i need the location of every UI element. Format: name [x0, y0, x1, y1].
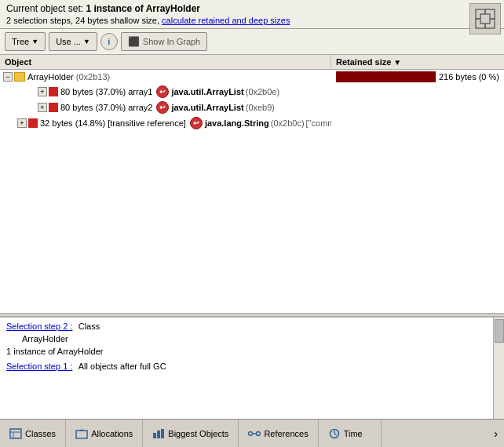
- svg-rect-10: [153, 433, 156, 438]
- row3-prefix: 80 bytes (37.0%) array2: [60, 103, 152, 112]
- row2-name: java.util.ArrayList: [171, 87, 243, 96]
- subtitle-text: 2 selection steps, 24 bytes shallow size…: [6, 16, 159, 25]
- red-square-icon: [49, 103, 58, 112]
- header-panel: Current object set: 1 instance of ArrayH…: [0, 0, 504, 29]
- tree-panel: Object Retained size ▼ − ArrayHolder (0x…: [0, 55, 504, 313]
- biggest-icon: [152, 428, 165, 439]
- col-retained-header: Retained size ▼: [331, 55, 504, 69]
- row4-prefix: 32 bytes (14.8%) [transitive reference]: [40, 118, 186, 128]
- scroll-thumb: [495, 319, 504, 343]
- table-row: − ArrayHolder (0x2b13) 216 bytes (0 %): [0, 70, 504, 84]
- row1-expand-btn[interactable]: −: [3, 72, 13, 82]
- svg-rect-12: [161, 429, 164, 438]
- svg-rect-8: [76, 431, 87, 438]
- tab-references-label: References: [264, 429, 308, 438]
- use-dropdown-button[interactable]: Use ... ▼: [49, 32, 97, 51]
- tab-classes-label: Classes: [25, 429, 56, 438]
- svg-rect-11: [157, 431, 160, 438]
- row3-expand-btn[interactable]: +: [38, 103, 47, 112]
- tab-allocations[interactable]: Allocations: [66, 420, 143, 447]
- classes-icon: [9, 428, 22, 439]
- info-scrollbar[interactable]: [493, 318, 504, 419]
- table-row: + 80 bytes (37.0%) array2 ↩ java.util.Ar…: [0, 100, 504, 115]
- ref-icon: ↩: [156, 101, 169, 114]
- row2-prefix: 80 bytes (37.0%) array1: [60, 87, 152, 96]
- row1-name: ArrayHolder (0x2b13): [27, 72, 110, 82]
- tab-time-label: Time: [344, 429, 363, 438]
- use-dropdown-arrow: ▼: [83, 38, 90, 45]
- row4-retained-cell: [331, 122, 504, 124]
- graph-icon: ⬛: [128, 36, 140, 47]
- red-square-icon: [28, 118, 38, 128]
- row3-name: java.util.ArrayList: [171, 103, 243, 112]
- step2-link[interactable]: Selection step 2 :: [6, 322, 72, 331]
- tab-more-button[interactable]: ›: [488, 420, 504, 447]
- references-icon: [248, 428, 261, 439]
- row3-retained-cell: [331, 107, 504, 108]
- class-name-text: ArrayHolder: [22, 334, 490, 343]
- tab-biggest-objects[interactable]: Biggest Objects: [143, 420, 239, 447]
- row4-object-cell: + 32 bytes (14.8%) [transitive reference…: [0, 116, 331, 130]
- row1-retained-text: 216 bytes (0 %): [439, 72, 499, 82]
- row2-retained-cell: [331, 91, 504, 93]
- time-icon: [328, 428, 341, 439]
- svg-point-14: [257, 431, 261, 435]
- row2-expand-btn[interactable]: +: [38, 87, 47, 96]
- table-header: Object Retained size ▼: [0, 55, 504, 70]
- corner-icon: [469, 3, 501, 35]
- toolbar: Tree ▼ Use ... ▼ i ⬛ Show In Graph: [0, 29, 504, 55]
- instance-text: 1 instance of ArrayHolder: [6, 347, 490, 356]
- header-title: Current object set: 1 instance of ArrayH…: [6, 3, 465, 14]
- row3-object-cell: + 80 bytes (37.0%) array2 ↩ java.util.Ar…: [0, 100, 331, 114]
- row2-object-cell: + 80 bytes (37.0%) array1 ↩ java.util.Ar…: [0, 85, 331, 99]
- allocations-icon: [75, 428, 88, 439]
- tree-dropdown-button[interactable]: Tree ▼: [5, 32, 46, 51]
- step1-value: All objects after full GC: [79, 362, 166, 371]
- step1-link[interactable]: Selection step 1 :: [6, 362, 72, 371]
- tab-biggest-label: Biggest Objects: [168, 429, 228, 438]
- table-row: + 32 bytes (14.8%) [transitive reference…: [0, 115, 504, 131]
- info-icon: i: [108, 37, 110, 46]
- graph-label: Show In Graph: [143, 37, 200, 46]
- content-area: Object Retained size ▼ − ArrayHolder (0x…: [0, 55, 504, 419]
- tree-dropdown-arrow: ▼: [31, 38, 38, 45]
- calculate-link[interactable]: calculate retained and deep sizes: [162, 16, 290, 25]
- ref-icon: ↩: [156, 85, 169, 98]
- tab-time[interactable]: Time: [319, 420, 382, 447]
- col-object-header: Object: [0, 55, 331, 69]
- row1-retained-cell: 216 bytes (0 %): [331, 71, 504, 83]
- title-value: 1 instance of ArrayHolder: [86, 3, 200, 14]
- row4-expand-btn[interactable]: +: [17, 118, 27, 128]
- svg-rect-5: [10, 429, 21, 438]
- row1-object-cell: − ArrayHolder (0x2b13): [0, 71, 331, 82]
- folder-icon: [14, 72, 25, 82]
- tree-label: Tree: [12, 37, 29, 46]
- svg-line-18: [334, 434, 337, 435]
- red-square-icon: [49, 87, 58, 96]
- row4-name: java.lang.String: [205, 118, 269, 128]
- info-button[interactable]: i: [100, 33, 118, 50]
- step2-value: Class: [79, 322, 100, 331]
- retained-bar: [336, 71, 436, 82]
- use-label: Use ...: [56, 37, 81, 46]
- table-row: + 80 bytes (37.0%) array1 ↩ java.util.Ar…: [0, 84, 504, 100]
- svg-rect-4: [480, 14, 490, 24]
- sort-arrow-icon: ▼: [393, 58, 401, 67]
- bottom-tabs: Classes Allocations Biggest Objects Re: [0, 419, 504, 447]
- tab-references[interactable]: References: [239, 420, 318, 447]
- header-subtitle: 2 selection steps, 24 bytes shallow size…: [6, 16, 465, 25]
- tab-classes[interactable]: Classes: [0, 420, 66, 447]
- info-panel: Selection step 2 : Class ArrayHolder 1 i…: [0, 317, 504, 419]
- ref-icon: ↩: [190, 117, 203, 129]
- title-prefix: Current object set:: [6, 3, 83, 14]
- main-container: Current object set: 1 instance of ArrayH…: [0, 0, 504, 447]
- svg-point-13: [249, 431, 253, 435]
- show-in-graph-button[interactable]: ⬛ Show In Graph: [121, 32, 207, 51]
- tab-allocations-label: Allocations: [91, 429, 133, 438]
